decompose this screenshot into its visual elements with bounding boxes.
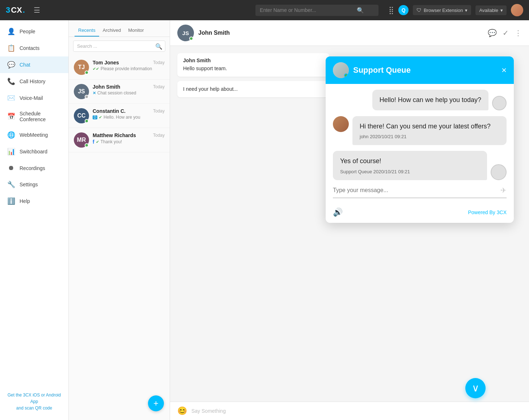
chat-search-input[interactable] <box>73 41 165 52</box>
search-icon: 🔍 <box>357 7 364 14</box>
avatar-wrap: MR <box>74 132 89 148</box>
message-text: Hi there! Can you send me your latest of… <box>360 122 499 131</box>
sidebar-item-switchboard[interactable]: 📊 Switchboard <box>0 143 68 160</box>
tab-monitor[interactable]: Monitor <box>124 25 147 37</box>
topbar-icons: ⣿ Q 🛡 Browser Extension ▾ Available ▾ <box>389 4 523 16</box>
people-icon: 👤 <box>7 27 15 35</box>
sidebar-label-voicemail: Voice-Mail <box>20 95 43 101</box>
browser-ext-arrow-icon: ▾ <box>465 8 467 13</box>
sidebar-item-recordings[interactable]: ⏺ Recordings <box>0 160 68 176</box>
status-arrow-icon: ▾ <box>500 8 503 13</box>
sidebar-label-people: People <box>20 29 35 34</box>
support-queue-message: Hi there! Can you send me your latest of… <box>352 116 507 145</box>
app-body: 👤 People 📋 Contacts 💬 Chat 📞 Call Histor… <box>0 20 529 420</box>
support-queue-close-button[interactable]: × <box>502 65 507 75</box>
chat-tabs: Recents Archived Monitor <box>69 20 170 37</box>
message-text: Hello support team. <box>183 65 323 72</box>
sidebar-item-help[interactable]: ℹ️ Help <box>0 193 68 209</box>
support-queue-input[interactable] <box>333 187 497 194</box>
chat-info: John Smith Today ✕ Chat session closed <box>93 84 165 96</box>
hamburger-icon[interactable]: ☰ <box>34 6 40 14</box>
send-icon[interactable]: ✈ <box>500 186 507 195</box>
search-input[interactable] <box>260 7 354 13</box>
sidebar-item-contacts[interactable]: 📋 Contacts <box>0 40 68 56</box>
chat-list-panel: Recents Archived Monitor 🔍 TJ Tom Jones … <box>69 20 170 420</box>
webmeeting-icon: 🌐 <box>7 131 15 139</box>
logo-cx: CX <box>11 5 22 15</box>
message-bubble: I need your help about... <box>177 81 329 97</box>
preview-text: Chat session closed <box>97 90 136 96</box>
list-item[interactable]: MR Matthew Richards Today f ✔ Thank you! <box>69 128 170 152</box>
sidebar-item-voicemail[interactable]: ✉️ Voice-Mail <box>0 90 68 106</box>
status-button[interactable]: Available ▾ <box>475 5 507 15</box>
support-queue-header: Support Queue × <box>326 56 514 84</box>
chat-header-name: John Smith <box>198 30 483 36</box>
support-queue-footer: 🔊 Powered By 3CX <box>326 204 514 223</box>
more-options-icon[interactable]: ⋮ <box>515 29 522 37</box>
message-row-right2: Yes of course! Support Queue 2020/10/21 … <box>333 151 507 180</box>
avatar-wrap: CC <box>74 108 89 123</box>
message-text: I need your help about... <box>183 85 323 93</box>
sidebar-item-settings[interactable]: 🔧 Settings <box>0 176 68 193</box>
chat-input[interactable] <box>191 408 522 414</box>
sidebar-label-call-history: Call History <box>20 79 46 84</box>
call-history-icon: 📞 <box>7 77 15 85</box>
chat-search-icon[interactable]: 🔍 <box>155 43 162 50</box>
tab-archived[interactable]: Archived <box>99 25 125 37</box>
support-queue-status-dot <box>344 73 348 77</box>
emoji-icon[interactable]: 😊 <box>177 406 187 416</box>
online-status-dot <box>189 37 193 41</box>
agent-avatar-small <box>491 164 507 180</box>
chat-bubble-icon[interactable]: 💬 <box>488 29 497 37</box>
chat-time: Today <box>153 60 165 65</box>
sidebar-item-webmeeting[interactable]: 🌐 WebMeeting <box>0 127 68 143</box>
search-bar: 🔍 <box>255 5 378 16</box>
main-chat: JS John Smith 💬 ✓ ⋮ John Smith Hello sup… <box>170 20 529 420</box>
avatar-wrap: JS <box>74 84 89 99</box>
status-badge <box>85 95 89 99</box>
contact-name: Tom Jones <box>93 60 119 65</box>
sidebar-label-switchboard: Switchboard <box>20 149 47 154</box>
contact-name: John Smith <box>93 84 120 90</box>
support-queue-avatar <box>333 62 349 78</box>
settings-icon: 🔧 <box>7 181 15 188</box>
input-wrap: ✈ <box>333 186 507 198</box>
chat-name-row: Matthew Richards Today <box>93 132 165 138</box>
logo-dot: . <box>23 5 25 15</box>
qr-code-link[interactable]: Get the 3CX iOS or Android Appand scan Q… <box>7 392 61 411</box>
sound-icon[interactable]: 🔊 <box>333 208 343 217</box>
browser-extension-button[interactable]: 🛡 Browser Extension ▾ <box>413 5 471 15</box>
q-badge[interactable]: Q <box>398 5 409 15</box>
chat-info: Constantin C. Today D ✔ Hello. How are y… <box>93 108 165 120</box>
chat-info: Tom Jones Today ✔✔ Please provide inform… <box>93 60 165 71</box>
list-item[interactable]: CC Constantin C. Today D ✔ Hello. How ar… <box>69 104 170 128</box>
user-avatar-small <box>333 116 349 132</box>
message-meta: john 2020/10/21 09:21 <box>360 134 499 139</box>
chat-name-row: Constantin C. Today <box>93 108 165 114</box>
support-queue-input-area: ✈ <box>326 186 514 204</box>
chat-items: TJ Tom Jones Today ✔✔ Please provide inf… <box>69 55 170 420</box>
add-chat-button[interactable]: + <box>148 395 164 411</box>
sidebar-item-chat[interactable]: 💬 Chat <box>0 56 68 73</box>
scroll-down-button[interactable]: ∨ <box>465 378 486 398</box>
facebook-icon: f <box>93 139 94 145</box>
chat-header: JS John Smith 💬 ✓ ⋮ <box>170 20 529 46</box>
sidebar-item-schedule-conference[interactable]: 📅 Schedule Conference <box>0 106 68 127</box>
grid-icon[interactable]: ⣿ <box>389 6 394 14</box>
message-meta: Support Queue 2020/10/21 09:21 <box>340 169 480 174</box>
tab-recents[interactable]: Recents <box>75 25 99 37</box>
list-item[interactable]: TJ Tom Jones Today ✔✔ Please provide inf… <box>69 55 170 80</box>
preview-text: Thank you! <box>101 139 122 144</box>
user-avatar-img <box>511 4 523 16</box>
check-icon[interactable]: ✓ <box>503 29 509 37</box>
sidebar-item-people[interactable]: 👤 People <box>0 23 68 40</box>
preview-text: Please provide information <box>101 66 152 71</box>
chat-preview: ✕ Chat session closed <box>93 90 165 96</box>
chat-header-avatar: JS <box>177 25 194 41</box>
tick-icon: ✔ <box>99 115 102 120</box>
user-avatar[interactable] <box>511 4 523 16</box>
list-item[interactable]: JS John Smith Today ✕ Chat session close… <box>69 80 170 104</box>
schedule-icon: 📅 <box>7 113 15 120</box>
sidebar-item-call-history[interactable]: 📞 Call History <box>0 73 68 90</box>
chevron-down-icon: ∨ <box>472 383 479 393</box>
